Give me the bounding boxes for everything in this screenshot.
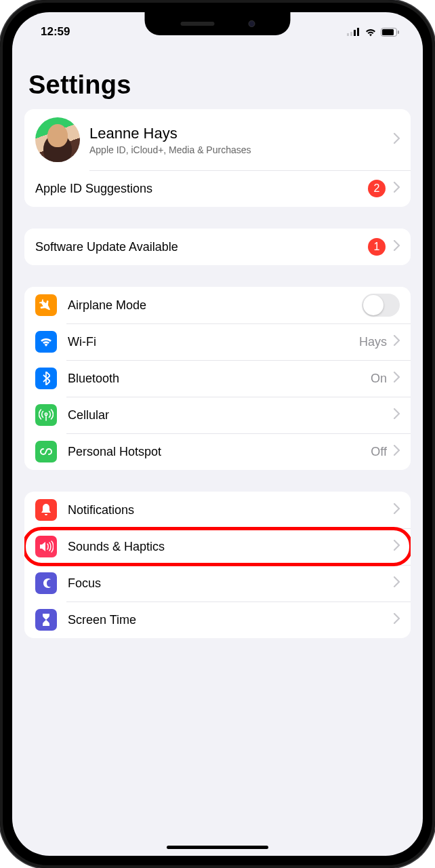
airplane-icon: [35, 294, 57, 316]
wifi-icon: [35, 331, 57, 353]
home-indicator[interactable]: [167, 846, 268, 849]
chevron-right-icon: [394, 335, 400, 349]
row-screen-time[interactable]: Screen Time: [24, 601, 411, 638]
chevron-right-icon: [394, 613, 400, 627]
cellular-signal-icon: [347, 28, 360, 36]
bluetooth-icon: [35, 368, 57, 389]
row-notifications[interactable]: Notifications: [24, 492, 411, 528]
row-label: Software Update Available: [35, 240, 368, 254]
screen: 12:59 Settings Leanne Ha: [12, 12, 423, 856]
row-personal-hotspot[interactable]: Personal Hotspot Off: [24, 433, 411, 470]
profile-subtitle: Apple ID, iCloud+, Media & Purchases: [89, 144, 394, 155]
row-value: Off: [371, 445, 387, 459]
row-bluetooth[interactable]: Bluetooth On: [24, 360, 411, 397]
chevron-right-icon: [394, 540, 400, 553]
group-system: Notifications Sounds & Haptics: [24, 492, 411, 638]
device-frame: 12:59 Settings Leanne Ha: [0, 0, 435, 868]
row-label: Bluetooth: [68, 372, 371, 386]
hotspot-icon: [35, 441, 57, 462]
chevron-right-icon: [394, 182, 400, 195]
svg-rect-1: [350, 32, 352, 36]
avatar: [35, 117, 80, 162]
row-label: Wi-Fi: [68, 335, 359, 349]
status-time: 12:59: [33, 25, 70, 39]
badge-count: 2: [368, 180, 386, 197]
page-title: Settings: [24, 45, 411, 109]
row-label: Notifications: [68, 503, 394, 517]
notch: [145, 12, 291, 35]
row-label: Sounds & Haptics: [68, 540, 394, 554]
airplane-toggle[interactable]: [362, 294, 400, 317]
badge-count: 1: [368, 238, 386, 256]
row-value: Hays: [359, 335, 387, 349]
svg-rect-6: [398, 31, 399, 34]
row-software-update[interactable]: Software Update Available 1: [24, 229, 411, 265]
chevron-right-icon: [394, 445, 400, 458]
wifi-icon: [365, 28, 377, 37]
svg-rect-0: [347, 33, 349, 36]
chevron-right-icon: [394, 503, 400, 517]
profile-name: Leanne Hays: [89, 125, 394, 142]
row-cellular[interactable]: Cellular: [24, 397, 411, 433]
chevron-right-icon: [394, 408, 400, 422]
row-label: Apple ID Suggestions: [35, 182, 368, 196]
row-label: Focus: [68, 576, 394, 591]
speaker-icon: [35, 536, 57, 557]
content-scroll[interactable]: Settings Leanne Hays Apple ID, iCloud+, …: [12, 45, 423, 856]
chevron-right-icon: [394, 372, 400, 385]
battery-icon: [381, 28, 400, 37]
svg-rect-3: [357, 28, 359, 36]
svg-rect-5: [382, 29, 394, 35]
row-label: Personal Hotspot: [68, 445, 371, 459]
row-sounds-haptics[interactable]: Sounds & Haptics: [24, 528, 411, 565]
moon-icon: [35, 572, 57, 594]
bell-icon: [35, 499, 57, 521]
row-apple-id-suggestions[interactable]: Apple ID Suggestions 2: [24, 170, 411, 207]
chevron-right-icon: [394, 133, 400, 146]
chevron-right-icon: [394, 240, 400, 254]
row-value: On: [371, 372, 387, 386]
row-wifi[interactable]: Wi-Fi Hays: [24, 323, 411, 360]
row-airplane-mode[interactable]: Airplane Mode: [24, 287, 411, 323]
row-label: Airplane Mode: [68, 298, 362, 313]
row-apple-id-profile[interactable]: Leanne Hays Apple ID, iCloud+, Media & P…: [24, 109, 411, 170]
group-software-update: Software Update Available 1: [24, 229, 411, 265]
row-focus[interactable]: Focus: [24, 565, 411, 601]
row-label: Screen Time: [68, 613, 394, 627]
svg-rect-2: [354, 30, 356, 36]
hourglass-icon: [35, 609, 57, 631]
cellular-icon: [35, 404, 57, 426]
chevron-right-icon: [394, 576, 400, 590]
group-account: Leanne Hays Apple ID, iCloud+, Media & P…: [24, 109, 411, 207]
group-connectivity: Airplane Mode Wi-Fi Hays: [24, 287, 411, 470]
row-label: Cellular: [68, 408, 394, 422]
